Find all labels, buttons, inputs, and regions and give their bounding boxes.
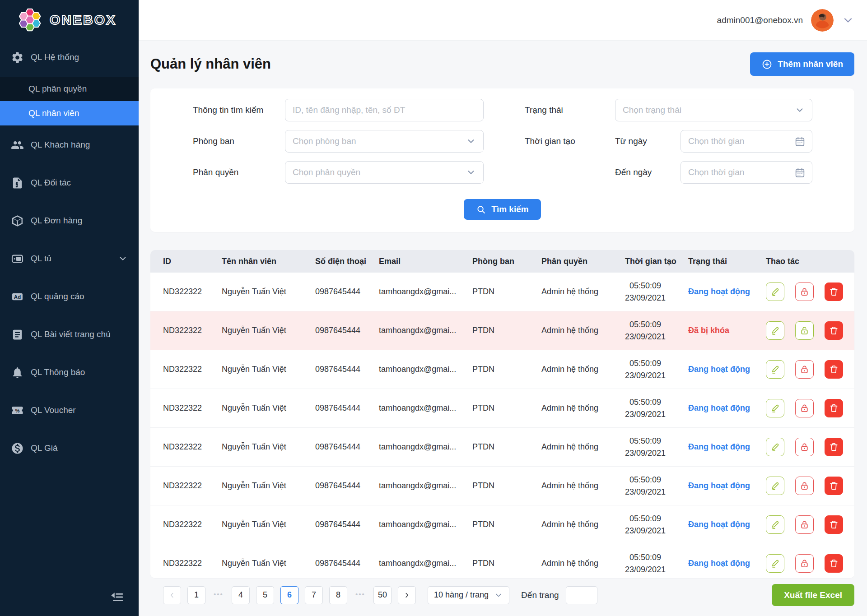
- status-label: Trạng thái: [525, 105, 615, 115]
- status-badge: Đang hoạt động: [688, 481, 766, 491]
- row-actions: [766, 399, 854, 417]
- page-button-50[interactable]: 50: [373, 586, 392, 604]
- lock-icon: [799, 403, 810, 413]
- col-actions: Thao tác: [766, 257, 854, 266]
- sidebar-item[interactable]: QL Đơn hàng: [0, 208, 139, 233]
- unlock-button[interactable]: [795, 321, 814, 340]
- delete-button[interactable]: [825, 515, 843, 534]
- cell-email: tamhoangdx@gmai...: [379, 520, 472, 529]
- table-row: ND322322Nguyễn Tuấn Việt0987645444tamhoa…: [150, 428, 854, 467]
- table-header: ID Tên nhân viên Số điện thoại Email Phò…: [150, 250, 854, 273]
- gear-icon: [11, 51, 24, 64]
- edit-button[interactable]: [766, 515, 784, 534]
- lock-button[interactable]: [795, 283, 814, 301]
- role-select[interactable]: Chọn phân quyền: [285, 161, 484, 184]
- delete-button[interactable]: [825, 321, 843, 340]
- account-menu[interactable]: admin001@onebox.vn: [717, 9, 854, 32]
- cell-role: Admin hệ thống: [541, 365, 625, 374]
- sidebar-item[interactable]: QL Hệ thống: [0, 45, 139, 69]
- sidebar-item[interactable]: QL phân quyền: [0, 77, 139, 101]
- sidebar-item[interactable]: %QL Voucher: [0, 398, 139, 422]
- per-page-select[interactable]: 10 hàng / trang: [428, 586, 509, 604]
- sidebar-item[interactable]: QL nhân viên: [0, 101, 139, 125]
- edit-button[interactable]: [766, 283, 784, 301]
- delete-button[interactable]: [825, 477, 843, 495]
- sidebar-item[interactable]: QL tủ: [0, 246, 139, 271]
- cell-department: PTDN: [472, 365, 541, 374]
- delete-icon: [829, 442, 839, 452]
- table-row: ND322322Nguyễn Tuấn Việt0987645444tamhoa…: [150, 311, 854, 350]
- sidebar-item-label: QL Voucher: [31, 405, 76, 415]
- sidebar-item[interactable]: QL Giá: [0, 436, 139, 460]
- prev-page-button[interactable]: [163, 586, 181, 604]
- cell-department: PTDN: [472, 403, 541, 413]
- sidebar-item-label: QL phân quyền: [28, 84, 87, 94]
- lock-button[interactable]: [795, 360, 814, 379]
- col-status: Trạng thái: [688, 257, 766, 266]
- lock-button[interactable]: [795, 477, 814, 495]
- sidebar-item[interactable]: QL Đối tác: [0, 171, 139, 195]
- from-date-input[interactable]: Chọn thời gian: [681, 130, 812, 153]
- search-input[interactable]: [285, 99, 484, 121]
- sidebar-item[interactable]: AdQL quảng cáo: [0, 284, 139, 309]
- edit-button[interactable]: [766, 360, 784, 379]
- lock-icon: [799, 481, 810, 491]
- delete-button[interactable]: [825, 438, 843, 456]
- topbar: admin001@onebox.vn: [139, 0, 867, 41]
- row-actions: [766, 283, 854, 301]
- delete-button[interactable]: [825, 360, 843, 379]
- lock-button[interactable]: [795, 554, 814, 573]
- cell-phone: 0987645444: [315, 326, 379, 335]
- cell-id: ND322322: [163, 520, 222, 529]
- search-label: Thông tin tìm kiếm: [193, 105, 285, 115]
- cell-role: Admin hệ thống: [541, 326, 625, 335]
- page-button-7[interactable]: 7: [305, 586, 323, 604]
- delete-icon: [829, 287, 839, 297]
- edit-button[interactable]: [766, 554, 784, 573]
- page-button-1[interactable]: 1: [187, 586, 205, 604]
- edit-button[interactable]: [766, 399, 784, 417]
- lock-button[interactable]: [795, 515, 814, 534]
- col-phone: Số điện thoại: [315, 257, 379, 266]
- delete-button[interactable]: [825, 399, 843, 417]
- chevron-down-icon[interactable]: [842, 14, 854, 27]
- cell-phone: 0987645444: [315, 365, 379, 374]
- cell-created-time: 05:50:0923/09/2021: [625, 319, 688, 343]
- edit-button[interactable]: [766, 321, 784, 340]
- role-placeholder: Chọn phân quyền: [293, 167, 360, 177]
- page-button-8[interactable]: 8: [329, 586, 347, 604]
- search-button[interactable]: Tìm kiếm: [464, 199, 541, 220]
- sidebar-collapse-button[interactable]: [109, 589, 125, 605]
- created-time-label: Thời gian tạo: [525, 136, 615, 146]
- department-select[interactable]: Chọn phòng ban: [285, 130, 484, 153]
- export-excel-button[interactable]: Xuất file Excel: [772, 584, 854, 606]
- cell-role: Admin hệ thống: [541, 481, 625, 491]
- per-page-label: 10 hàng / trang: [434, 590, 489, 600]
- edit-button[interactable]: [766, 477, 784, 495]
- lock-button[interactable]: [795, 438, 814, 456]
- goto-page-input[interactable]: [566, 586, 597, 604]
- next-page-button[interactable]: [398, 586, 416, 604]
- lock-button[interactable]: [795, 399, 814, 417]
- cell-name: Nguyễn Tuấn Việt: [222, 326, 315, 335]
- delete-button[interactable]: [825, 554, 843, 573]
- app: ONEBOX QL Hệ thốngQL phân quyềnQL nhân v…: [0, 0, 867, 616]
- calendar-icon: [794, 136, 806, 147]
- sidebar-item[interactable]: QL Bài viết trang chủ: [0, 322, 139, 347]
- cell-name: Nguyễn Tuấn Việt: [222, 559, 315, 568]
- sidebar-item[interactable]: QL Khách hàng: [0, 133, 139, 157]
- cell-role: Admin hệ thống: [541, 520, 625, 529]
- price-icon: [11, 442, 24, 455]
- page-button-5[interactable]: 5: [256, 586, 274, 604]
- avatar[interactable]: [811, 9, 834, 32]
- page-button-6[interactable]: 6: [280, 586, 298, 604]
- status-select[interactable]: Chọn trạng thái: [615, 99, 812, 121]
- add-employee-button[interactable]: Thêm nhân viên: [750, 52, 854, 76]
- sidebar-item[interactable]: QL Thông báo: [0, 360, 139, 384]
- edit-button[interactable]: [766, 438, 784, 456]
- sidebar-item-label: QL tủ: [31, 254, 51, 264]
- to-date-input[interactable]: Chọn thời gian: [681, 161, 812, 184]
- delete-button[interactable]: [825, 283, 843, 301]
- page-button-4[interactable]: 4: [232, 586, 250, 604]
- from-date-placeholder: Chọn thời gian: [688, 136, 794, 146]
